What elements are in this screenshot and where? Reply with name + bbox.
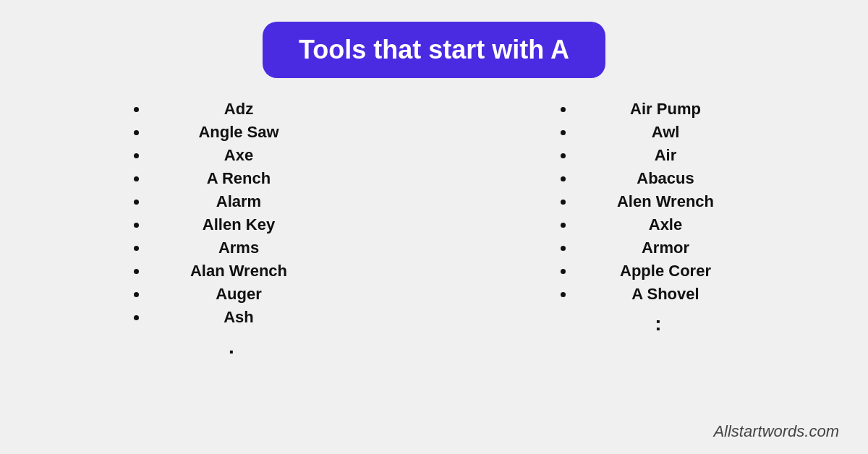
right-ellipsis: :	[647, 312, 661, 335]
brand-text: Allstartwords.com	[713, 422, 839, 441]
list-item: Armor	[575, 239, 756, 257]
list-item: Alen Wrench	[575, 192, 756, 211]
list-item: Adz	[148, 100, 329, 119]
list-item: Apple Corer	[575, 262, 756, 280]
list-item: Axe	[148, 146, 329, 165]
header-section: Tools that start with A	[0, 0, 868, 100]
list-item: Awl	[575, 123, 756, 142]
list-item: Allen Key	[148, 215, 329, 234]
list-item: Abacus	[575, 169, 756, 188]
list-item: Air	[575, 146, 756, 165]
list-item: Ash	[148, 308, 329, 327]
list-item: A Shovel	[575, 285, 756, 304]
page-title: Tools that start with A	[263, 22, 605, 78]
left-list: AdzAngle SawAxeA RenchAlarmAllen KeyArms…	[127, 100, 329, 331]
list-item: A Rench	[148, 169, 329, 188]
list-item: Air Pump	[575, 100, 756, 119]
list-item: Alan Wrench	[148, 262, 329, 280]
page-container: Tools that start with A AdzAngle SawAxeA…	[0, 0, 868, 359]
right-list: Air PumpAwlAirAbacusAlen WrenchAxleArmor…	[553, 100, 756, 308]
left-ellipsis: .	[221, 335, 234, 359]
list-item: Angle Saw	[148, 123, 329, 142]
list-item: Auger	[148, 285, 329, 304]
list-item: Arms	[148, 239, 329, 257]
content-layout: AdzAngle SawAxeA RenchAlarmAllen KeyArms…	[0, 100, 868, 359]
list-item: Alarm	[148, 192, 329, 211]
right-column: Air PumpAwlAirAbacusAlen WrenchAxleArmor…	[441, 100, 868, 359]
list-item: Axle	[575, 215, 756, 234]
left-column: AdzAngle SawAxeA RenchAlarmAllen KeyArms…	[14, 100, 441, 359]
